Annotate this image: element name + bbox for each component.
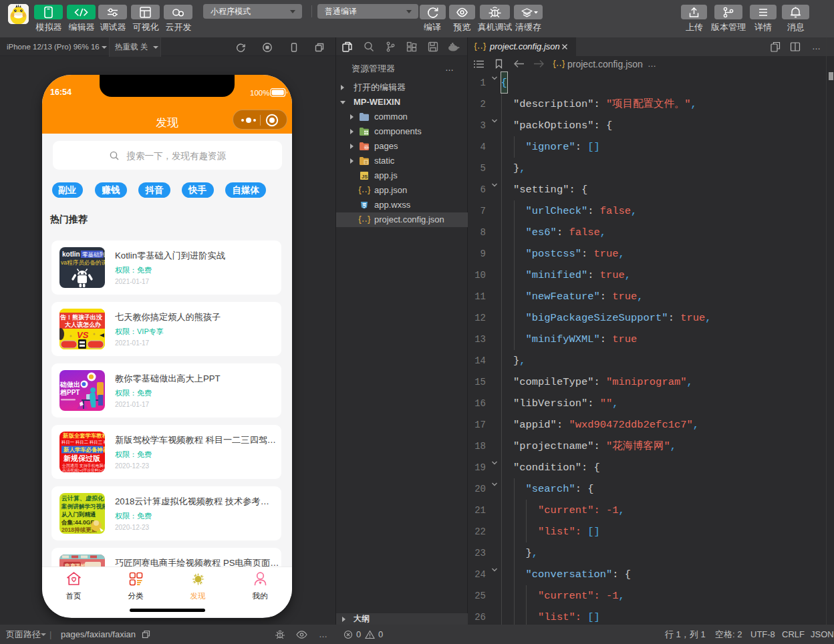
svg-text:案例讲解学习视频: 案例讲解学习视频 xyxy=(61,503,105,510)
svg-text:大人该怎么办: 大人该怎么办 xyxy=(65,321,102,328)
svg-text:VS: VS xyxy=(77,330,89,340)
svg-text:kotlin: kotlin xyxy=(62,251,80,258)
svg-text:JS: JS xyxy=(362,174,368,180)
svg-text:告！熊孩子出没: 告！熊孩子出没 xyxy=(60,314,102,321)
svg-text:新规保过版: 新规保过版 xyxy=(63,454,101,462)
svg-text:新人学车必备神器: 新人学车必备神器 xyxy=(63,446,105,453)
svg-text:档PPT: 档PPT xyxy=(59,389,80,396)
svg-text:<>: <> xyxy=(364,146,370,150)
svg-text:科目一 科目二 科目三 科目四: 科目一 科目二 科目三 科目四 xyxy=(61,440,105,445)
svg-text:础做出: 础做出 xyxy=(59,381,80,388)
svg-text:高清视频]+[理论资料]+[终身解疑: 高清视频]+[理论资料]+[终身解疑 xyxy=(62,468,105,473)
svg-text:从入门到精通: 从入门到精通 xyxy=(61,511,96,518)
svg-text:云计算、虚拟化: 云计算、虚拟化 xyxy=(61,495,104,502)
svg-text:va程序员必备的课: va程序员必备的课 xyxy=(61,259,105,266)
svg-text:新版全套学车教程: 新版全套学车教程 xyxy=(62,432,105,439)
svg-text:零基础到进: 零基础到进 xyxy=(82,251,105,258)
svg-text:合集:44.0GB: 合集:44.0GB xyxy=(61,519,95,526)
